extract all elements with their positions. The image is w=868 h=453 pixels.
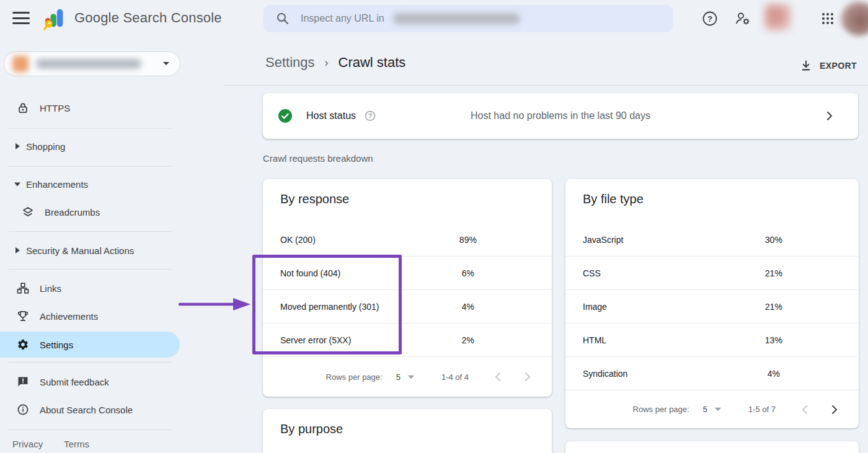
sidebar-item-enhancements[interactable]: Enhancements — [0, 172, 180, 196]
card-title: By response — [280, 192, 349, 206]
chevron-right-icon — [825, 110, 835, 122]
table-row[interactable]: Syndication 4% — [565, 357, 859, 390]
sidebar-item-about[interactable]: About Search Console — [0, 397, 180, 422]
chevron-down-icon — [162, 61, 170, 66]
next-page-icon[interactable] — [830, 405, 839, 415]
app-title: Google Search Console — [74, 10, 222, 26]
download-icon — [800, 59, 812, 72]
page-title: Crawl stats — [339, 55, 406, 71]
main-content: Settings › Crawl stats EXPORT Host statu… — [223, 37, 868, 453]
card-title: By file type — [583, 192, 644, 206]
breadcrumb-settings[interactable]: Settings — [265, 55, 315, 71]
property-selector[interactable] — [4, 51, 180, 76]
sidebar-nav: HTTPS Shopping Enhancements Breadcrumbs … — [0, 37, 223, 453]
divider — [9, 166, 172, 167]
caret-right-icon — [14, 143, 21, 150]
terms-link[interactable]: Terms — [64, 439, 89, 449]
host-status-label: Host status — [306, 110, 356, 121]
rows-per-page-dropdown-icon[interactable] — [408, 375, 414, 379]
previous-page-icon[interactable] — [494, 372, 502, 382]
table-row[interactable]: OK (200) 89% — [263, 223, 552, 257]
url-inspect-input[interactable]: Inspect any URL in — [264, 5, 673, 32]
export-button[interactable]: EXPORT — [795, 56, 862, 76]
feedback-icon — [16, 376, 30, 388]
search-console-logo-icon — [43, 7, 67, 30]
by-response-card: By response OK (200) 89% Not found (404)… — [263, 179, 552, 397]
pagination-range: 1-5 of 7 — [748, 405, 776, 414]
help-circle-icon[interactable]: ? — [365, 110, 376, 121]
rows-per-page-value[interactable]: 5 — [396, 372, 401, 382]
divider — [9, 362, 172, 363]
sidebar-item-submit-feedback[interactable]: Submit feedback — [0, 369, 180, 394]
by-file-type-card: By file type JavaScript 30% CSS 21% Imag… — [565, 179, 859, 428]
divider — [9, 231, 172, 232]
menu-icon[interactable] — [12, 12, 30, 25]
sidebar-item-shopping[interactable]: Shopping — [0, 134, 180, 159]
lock-icon — [16, 102, 30, 114]
pagination-range: 1-4 of 4 — [441, 372, 469, 382]
redacted-property-url — [393, 13, 520, 24]
property-favicon — [12, 56, 29, 72]
sidebar-item-links[interactable]: Links — [0, 276, 180, 301]
card-title: By purpose — [280, 422, 343, 436]
previous-page-icon[interactable] — [800, 405, 809, 415]
search-icon — [276, 12, 290, 25]
partial-card — [565, 441, 859, 453]
svg-text:?: ? — [707, 14, 712, 24]
host-status-message: Host had no problems in the last 90 days — [471, 110, 650, 121]
status-ok-icon — [278, 108, 293, 123]
trophy-icon — [16, 310, 30, 322]
privacy-link[interactable]: Privacy — [12, 439, 43, 449]
table-row[interactable]: Not found (404) 6% — [263, 257, 552, 290]
layers-icon — [21, 206, 35, 218]
table-row[interactable]: HTML 13% — [565, 323, 859, 357]
section-label: Crawl requests breakdown — [263, 153, 373, 164]
divider — [9, 128, 172, 129]
rows-per-page-value[interactable]: 5 — [703, 405, 707, 414]
site-structure-icon — [16, 282, 30, 294]
redacted-property-name — [36, 59, 141, 69]
svg-text:?: ? — [368, 113, 372, 120]
divider — [9, 429, 172, 430]
sidebar-item-security-manual-actions[interactable]: Security & Manual Actions — [0, 238, 180, 263]
divider — [9, 269, 172, 270]
table-row[interactable]: Server error (5XX) 2% — [263, 323, 552, 357]
redacted-thumbnail — [764, 4, 792, 31]
table-row[interactable]: JavaScript 30% — [565, 223, 859, 257]
top-app-bar: Google Search Console Inspect any URL in… — [0, 0, 868, 37]
search-placeholder: Inspect any URL in — [301, 13, 387, 24]
sidebar-item-https[interactable]: HTTPS — [0, 95, 180, 120]
breadcrumb: Settings › Crawl stats — [265, 55, 405, 71]
sidebar-footer: Privacy Terms — [12, 439, 108, 449]
by-purpose-card: By purpose — [263, 409, 552, 453]
next-page-icon[interactable] — [523, 372, 532, 382]
divider — [223, 85, 868, 86]
table-row[interactable]: CSS 21% — [565, 257, 859, 290]
help-icon[interactable]: ? — [701, 10, 719, 27]
caret-down-icon — [14, 182, 21, 187]
pagination: Rows per page: 5 1-4 of 4 — [263, 357, 552, 397]
user-settings-icon[interactable] — [734, 10, 751, 27]
info-icon — [16, 403, 30, 416]
sidebar-item-settings[interactable]: Settings — [0, 332, 180, 358]
table-row[interactable]: Moved permanently (301) 4% — [263, 290, 552, 323]
rows-per-page-dropdown-icon[interactable] — [715, 407, 721, 411]
pagination: Rows per page: 5 1-5 of 7 — [565, 390, 859, 428]
table-row[interactable]: Image 21% — [565, 290, 859, 323]
gear-icon — [16, 338, 30, 351]
breadcrumb-separator: › — [325, 56, 329, 69]
apps-grid-icon[interactable] — [819, 10, 836, 27]
sidebar-item-breadcrumbs[interactable]: Breadcrumbs — [0, 200, 180, 224]
host-status-card[interactable]: Host status ? Host had no problems in th… — [263, 93, 858, 139]
sidebar-item-achievements[interactable]: Achievements — [0, 304, 180, 328]
account-avatar[interactable] — [841, 1, 868, 36]
caret-right-icon — [14, 247, 21, 254]
